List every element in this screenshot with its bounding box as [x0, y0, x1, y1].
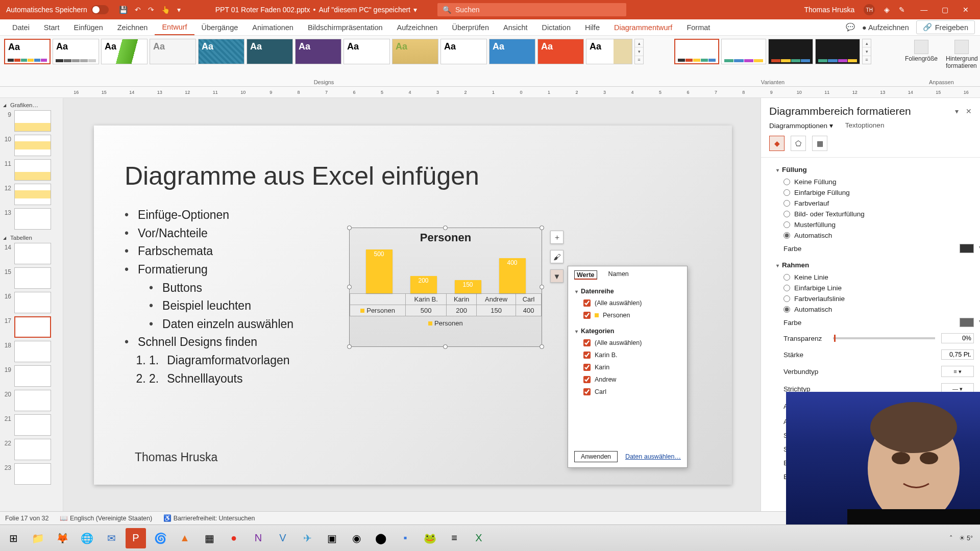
slide-thumb-23[interactable] [14, 463, 51, 485]
theme-thumb[interactable]: Aa [344, 39, 390, 64]
search-box[interactable]: 🔍 [437, 3, 626, 16]
tab-view[interactable]: Ansicht [496, 20, 535, 35]
theme-thumb[interactable]: Aa [392, 39, 438, 64]
variant-thumb[interactable] [815, 39, 860, 64]
chart-object[interactable]: Personen 500 200 150 400 Karin B. Karin … [349, 228, 542, 347]
tab-record[interactable]: Aufzeichnen [390, 20, 445, 35]
fill-gradient-radio[interactable] [783, 200, 790, 207]
variant-thumb[interactable] [674, 39, 719, 64]
chart-options-tab[interactable]: Diagrammoptionen ▾ [769, 121, 833, 130]
app-icon-2[interactable]: ▦ [199, 528, 219, 548]
firefox-icon[interactable]: 🦊 [52, 528, 72, 548]
coming-soon-icon[interactable]: ◈ [884, 6, 890, 14]
slide-thumb-9[interactable] [14, 110, 51, 132]
accessibility-status[interactable]: ♿ Barrierefreiheit: Untersuchen [163, 514, 255, 522]
redo-icon[interactable]: ↷ [148, 6, 154, 14]
filter-select-all-series[interactable]: (Alle auswählen) [568, 297, 687, 309]
theme-thumb[interactable]: Aa [295, 39, 341, 64]
zoom-icon[interactable]: ▪ [395, 528, 415, 548]
size-properties-icon[interactable]: ▦ [812, 136, 827, 151]
user-avatar[interactable]: TH [864, 4, 875, 15]
fill-pattern-radio[interactable] [783, 221, 790, 228]
filter-cat-carl[interactable]: Carl [568, 386, 687, 398]
tab-format[interactable]: Format [679, 20, 717, 35]
transparency-input[interactable] [941, 333, 974, 343]
slide-thumb-14[interactable] [14, 243, 51, 264]
bar-0[interactable]: 500 [366, 249, 393, 293]
fill-picture-radio[interactable] [783, 211, 790, 217]
telegram-icon[interactable]: ✈ [297, 528, 317, 548]
slide-counter[interactable]: Folie 17 von 32 [5, 515, 48, 522]
width-input[interactable] [941, 349, 974, 360]
theme-thumb[interactable]: Aa [198, 39, 244, 64]
theme-thumb[interactable]: Aa [247, 39, 293, 64]
apply-button[interactable]: Anwenden [574, 451, 618, 462]
slide-thumbnail-panel[interactable]: Grafiken… 9 10 11 12 13 Tabellen 14 15 1… [0, 98, 63, 511]
vlc-icon[interactable]: ▲ [175, 528, 195, 548]
qat-more-icon[interactable]: ▾ [177, 6, 181, 14]
app-icon-3[interactable]: ● [224, 528, 244, 548]
minimize-icon[interactable]: — [914, 6, 934, 14]
tab-draw[interactable]: Zeichnen [110, 20, 155, 35]
text-options-tab[interactable]: Textoptionen [845, 121, 885, 130]
autosave-toggle[interactable] [91, 5, 109, 14]
theme-thumb[interactable]: Aa [101, 39, 148, 64]
slide-thumb-11[interactable] [14, 159, 51, 181]
tab-review[interactable]: Überprüfen [445, 20, 496, 35]
tab-animations[interactable]: Animationen [245, 20, 301, 35]
search-input[interactable] [455, 6, 621, 14]
chart-elements-button[interactable]: ＋ [550, 231, 564, 244]
filter-tab-names[interactable]: Namen [608, 270, 629, 280]
slide-title[interactable]: Diagramme aus Excel einfügen [125, 161, 701, 191]
format-background-button[interactable]: Hintergrund formatieren [943, 39, 980, 70]
line-gradient-radio[interactable] [783, 295, 790, 302]
tab-transitions[interactable]: Übergänge [194, 20, 246, 35]
chart-title[interactable]: Personen [350, 228, 542, 249]
obs-icon[interactable]: ◉ [346, 528, 366, 548]
fill-line-icon[interactable]: ◆ [769, 136, 785, 151]
theme-thumb[interactable]: Aa [586, 39, 632, 64]
app-icon-7[interactable]: ≡ [444, 528, 464, 548]
fill-auto-radio[interactable] [783, 232, 790, 239]
excel-icon[interactable]: X [469, 528, 489, 548]
filter-cat-karinb[interactable]: Karin B. [568, 349, 687, 361]
slide-thumb-10[interactable] [14, 135, 51, 156]
weather-widget[interactable]: ☀ 5° [959, 534, 973, 542]
theme-thumb[interactable]: Aa [53, 39, 99, 64]
powerpoint-icon[interactable]: P [126, 528, 146, 548]
theme-thumb[interactable]: Aa [150, 39, 196, 64]
close-icon[interactable]: ✕ [957, 6, 975, 14]
line-none-radio[interactable] [783, 274, 790, 281]
undo-icon[interactable]: ↶ [135, 6, 141, 14]
file-explorer-icon[interactable]: 📁 [28, 528, 48, 548]
filter-categories-header[interactable]: Kategorien [568, 325, 687, 337]
save-icon[interactable]: 💾 [119, 6, 128, 14]
outlook-icon[interactable]: ✉ [101, 528, 121, 548]
compound-type-dropdown[interactable]: ≡ ▾ [941, 366, 974, 377]
app-icon-4[interactable]: ▣ [322, 528, 342, 548]
slide-thumb-21[interactable] [14, 414, 51, 436]
slide-thumb-20[interactable] [14, 390, 51, 411]
chrome-icon[interactable]: 🌐 [77, 528, 97, 548]
chart-plot-area[interactable]: 500 200 150 400 [350, 249, 542, 293]
filter-series-header[interactable]: Datenreihe [568, 286, 687, 297]
ink-icon[interactable]: ✎ [899, 6, 905, 14]
line-color-picker[interactable] [960, 318, 974, 327]
section-graphics[interactable]: Grafiken… [2, 100, 61, 110]
tray-chevron-icon[interactable]: ˄ [949, 534, 953, 542]
bar-3[interactable]: 400 [499, 258, 526, 293]
onenote-icon[interactable]: N [248, 528, 268, 548]
pane-close-icon[interactable]: ✕ [966, 107, 972, 115]
select-data-link[interactable]: Daten auswählen… [625, 451, 681, 462]
fill-color-picker[interactable] [960, 244, 974, 253]
start-button[interactable]: ⊞ [3, 528, 23, 548]
slide-thumb-17[interactable] [14, 316, 51, 338]
fill-none-radio[interactable] [783, 179, 790, 185]
theme-thumb[interactable]: Aa [489, 39, 535, 64]
slide-thumb-18[interactable] [14, 341, 51, 362]
share-button[interactable]: 🔗 Freigeben [916, 20, 975, 34]
transparency-slider[interactable] [833, 337, 935, 339]
variant-thumb[interactable] [768, 39, 813, 64]
filter-cat-karin[interactable]: Karin [568, 361, 687, 373]
tab-insert[interactable]: Einfügen [66, 20, 110, 35]
